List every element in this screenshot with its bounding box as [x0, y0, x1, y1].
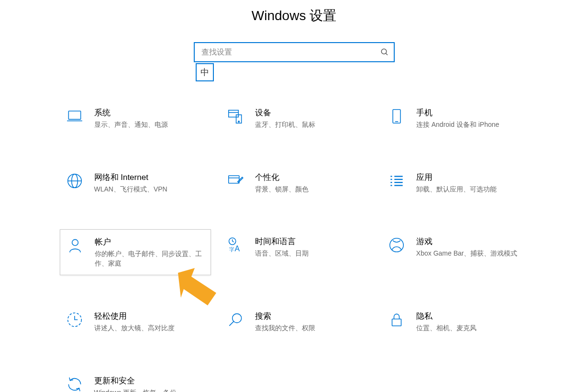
tile-text: 设备 蓝牙、打印机、鼠标 [255, 107, 366, 130]
laptop-icon [66, 107, 84, 125]
svg-rect-2 [68, 111, 80, 119]
tile-system[interactable]: 系统 显示、声音、通知、电源 [60, 101, 211, 136]
tile-text: 应用 卸载、默认应用、可选功能 [416, 172, 528, 194]
tile-text: 帐户 你的帐户、电子邮件、同步设置、工作、家庭 [95, 236, 205, 268]
tile-search[interactable]: 搜索 查找我的文件、权限 [221, 304, 372, 340]
tile-personalize[interactable]: 个性化 背景、锁屏、颜色 [221, 165, 372, 201]
tile-text: 时间和语言 语音、区域、日期 [255, 236, 366, 258]
tile-desc: Xbox Game Bar、捕获、游戏模式 [416, 249, 528, 258]
tile-desc: WLAN、飞行模式、VPN [94, 185, 206, 194]
svg-point-29 [390, 238, 404, 252]
phone-icon [388, 107, 406, 125]
tile-text: 轻松使用 讲述人、放大镜、高对比度 [94, 311, 206, 333]
svg-text:A: A [235, 245, 240, 253]
tile-title: 个性化 [255, 172, 366, 183]
ease-icon [66, 311, 84, 329]
tile-title: 设备 [255, 107, 366, 118]
tile-network[interactable]: 网络和 Internet WLAN、飞行模式、VPN [60, 165, 211, 201]
tile-title: 网络和 Internet [94, 172, 206, 183]
tile-accounts[interactable]: 帐户 你的帐户、电子邮件、同步设置、工作、家庭 [60, 229, 211, 275]
tile-text: 隐私 位置、相机、麦克风 [416, 311, 528, 333]
tile-text: 网络和 Internet WLAN、飞行模式、VPN [94, 172, 206, 194]
time-language-icon: A 字 [226, 236, 244, 254]
tile-text: 搜索 查找我的文件、权限 [255, 311, 366, 333]
list-icon [388, 172, 406, 190]
tile-title: 更新和安全 [94, 375, 206, 386]
paint-icon [226, 172, 244, 190]
search-box[interactable]: 中 [194, 42, 395, 62]
tile-desc: Windows 更新、恢复、备份 [94, 388, 206, 392]
svg-point-23 [72, 240, 78, 246]
xbox-icon [388, 236, 406, 254]
person-icon [66, 236, 84, 255]
svg-line-1 [386, 53, 388, 55]
svg-point-7 [238, 121, 239, 122]
tile-title: 游戏 [416, 236, 528, 247]
globe-icon [66, 172, 84, 190]
tile-desc: 讲述人、放大镜、高对比度 [94, 324, 206, 333]
svg-point-24 [229, 238, 236, 245]
svg-line-26 [233, 241, 234, 242]
tile-text: 手机 连接 Android 设备和 iPhone [416, 107, 528, 130]
tile-apps[interactable]: 应用 卸载、默认应用、可选功能 [382, 165, 533, 201]
tile-desc: 位置、相机、麦克风 [416, 324, 528, 333]
tile-desc: 连接 Android 设备和 iPhone [416, 120, 528, 130]
tile-text: 系统 显示、声音、通知、电源 [94, 107, 206, 130]
svg-line-32 [229, 322, 234, 326]
tile-title: 帐户 [95, 236, 205, 247]
tile-desc: 查找我的文件、权限 [255, 324, 366, 333]
tile-desc: 显示、声音、通知、电源 [94, 120, 206, 130]
tile-title: 手机 [416, 107, 528, 118]
tile-title: 系统 [94, 107, 206, 118]
tile-desc: 背景、锁屏、颜色 [255, 185, 366, 194]
tile-title: 搜索 [255, 311, 366, 322]
tile-desc: 蓝牙、打印机、鼠标 [255, 120, 366, 130]
tile-desc: 语音、区域、日期 [255, 249, 366, 258]
lock-icon [388, 311, 406, 329]
svg-point-0 [381, 49, 387, 54]
tile-phone[interactable]: 手机 连接 Android 设备和 iPhone [382, 101, 533, 136]
tile-title: 时间和语言 [255, 236, 366, 247]
tile-text: 游戏 Xbox Game Bar、捕获、游戏模式 [416, 236, 528, 258]
tile-devices[interactable]: 设备 蓝牙、打印机、鼠标 [221, 101, 372, 136]
tile-time-language[interactable]: A 字 时间和语言 语音、区域、日期 [221, 229, 372, 275]
tile-desc: 卸载、默认应用、可选功能 [416, 185, 528, 194]
search-icon [380, 48, 389, 56]
tile-desc: 你的帐户、电子邮件、同步设置、工作、家庭 [95, 249, 205, 268]
svg-text:字: 字 [229, 246, 234, 252]
tile-text: 个性化 背景、锁屏、颜色 [255, 172, 366, 194]
settings-grid: 系统 显示、声音、通知、电源 设备 蓝牙、打印机、鼠标 手机 [55, 101, 533, 392]
ime-indicator[interactable]: 中 [196, 63, 214, 81]
tile-ease-of-access[interactable]: 轻松使用 讲述人、放大镜、高对比度 [60, 304, 211, 340]
search-input[interactable] [194, 42, 395, 62]
page-title: Windows 设置 [0, 7, 588, 25]
magnify-icon [226, 311, 244, 329]
svg-rect-4 [229, 110, 239, 117]
svg-rect-33 [392, 319, 401, 326]
devices-icon [226, 107, 244, 125]
tile-gaming[interactable]: 游戏 Xbox Game Bar、捕获、游戏模式 [382, 229, 533, 275]
tile-title: 轻松使用 [94, 311, 206, 322]
tile-update-security[interactable]: 更新和安全 Windows 更新、恢复、备份 [60, 369, 211, 392]
sync-icon [66, 375, 84, 392]
tile-text: 更新和安全 Windows 更新、恢复、备份 [94, 375, 206, 392]
tile-title: 隐私 [416, 311, 528, 322]
tile-title: 应用 [416, 172, 528, 183]
svg-rect-8 [393, 110, 400, 123]
tile-privacy[interactable]: 隐私 位置、相机、麦克风 [382, 304, 533, 340]
